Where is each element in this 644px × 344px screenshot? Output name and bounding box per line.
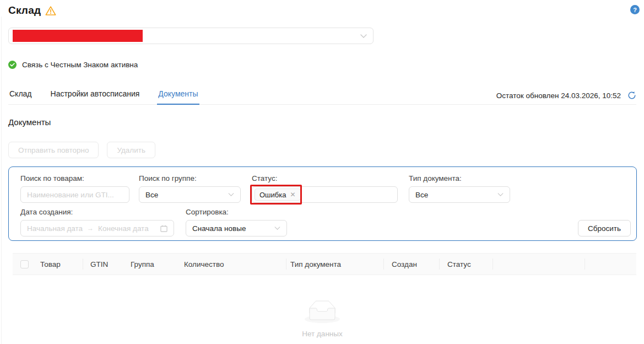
product-search-input[interactable] [20, 186, 129, 203]
column-gtin: GTIN [83, 260, 131, 268]
tabs: Склад Настройки автосписания Документы [8, 89, 199, 104]
status-tag-label: Ошибка [259, 191, 286, 199]
product-search-label: Поиск по товарам: [20, 174, 129, 182]
sorting-label: Сортировка: [186, 208, 287, 216]
chevron-down-icon [360, 34, 367, 38]
group-select-value: Все [145, 191, 158, 199]
sorting-select[interactable]: Сначала новые [186, 220, 287, 237]
filters-row-2: Дата создания: Начальная дата → Конечная… [20, 208, 631, 237]
column-status: Статус [440, 260, 493, 268]
doc-type-select[interactable]: Все [409, 186, 510, 203]
column-kolichestvo: Количество [184, 260, 286, 268]
chevron-down-icon [274, 227, 280, 230]
close-icon[interactable]: ✕ [290, 191, 295, 198]
status-select[interactable]: Ошибка ✕ [252, 186, 398, 203]
column-tip-dokumenta: Тип документа [286, 260, 383, 268]
tab-documents[interactable]: Документы [157, 89, 199, 105]
warehouse-page: Склад ? Связь с Честным Знаком активна С… [0, 0, 644, 338]
filters-row-1: Поиск по товарам: Поиск по группе: Все С… [20, 174, 631, 203]
created-date-label: Дата создания: [20, 208, 174, 216]
column-divider [493, 259, 493, 270]
reset-wrap: Сбросить [578, 220, 631, 237]
date-start-placeholder: Начальная дата [27, 224, 83, 233]
calendar-icon[interactable] [160, 225, 167, 232]
page-title: Склад [8, 4, 41, 17]
date-range-input[interactable]: Начальная дата → Конечная дата [20, 220, 174, 237]
date-end-placeholder: Конечная дата [98, 224, 149, 233]
group-filter: Поиск по группе: Все [139, 174, 241, 203]
sorting-value: Сначала новые [192, 224, 246, 233]
empty-state: Нет данных [8, 300, 636, 338]
select-all-cell [13, 260, 40, 268]
column-tovar: Товар [40, 260, 83, 268]
column-divider [585, 259, 585, 270]
documents-section-title: Документы [8, 117, 636, 127]
group-filter-label: Поиск по группе: [139, 174, 241, 182]
empty-state-text: Нет данных [302, 330, 343, 338]
connection-status-text: Связь с Честным Знаком активна [22, 61, 138, 69]
filters-panel: Поиск по товарам: Поиск по группе: Все С… [8, 166, 637, 241]
chevron-down-icon [228, 193, 234, 196]
doc-type-label: Тип документа: [409, 174, 510, 182]
delete-button[interactable]: Удалить [107, 142, 155, 158]
tab-sklad[interactable]: Склад [8, 89, 33, 104]
warehouse-select[interactable] [8, 28, 374, 44]
check-circle-icon [8, 61, 17, 69]
status-filter: Статус: Ошибка ✕ [252, 174, 398, 203]
doc-type-filter: Тип документа: Все [409, 174, 510, 203]
page-header: Склад [8, 4, 636, 17]
chevron-down-icon [497, 193, 504, 196]
group-select[interactable]: Все [139, 186, 241, 203]
documents-actions: Отправить повторно Удалить [8, 142, 636, 158]
status-filter-label: Статус: [252, 174, 398, 182]
sorting-filter: Сортировка: Сначала новые [186, 208, 287, 237]
redacted-warehouse-name [13, 30, 143, 42]
refresh-icon[interactable] [627, 91, 636, 100]
column-gruppa: Группа [131, 260, 184, 268]
stock-updated-text: Остаток обновлен 24.03.2026, 10:52 [496, 92, 621, 100]
tabs-bar: Склад Настройки автосписания Документы О… [8, 89, 636, 105]
arrow-right-icon: → [87, 224, 94, 232]
created-date-filter: Дата создания: Начальная дата → Конечная… [20, 208, 174, 237]
empty-inbox-icon [305, 300, 340, 325]
connection-status: Связь с Честным Знаком активна [8, 61, 636, 69]
tab-autospisanie-settings[interactable]: Настройки автосписания [50, 89, 141, 104]
product-search-group: Поиск по товарам: [20, 174, 129, 203]
stock-updated-meta: Остаток обновлен 24.03.2026, 10:52 [496, 91, 636, 104]
doc-type-value: Все [415, 191, 428, 199]
status-tag: Ошибка ✕ [255, 189, 301, 201]
warning-icon [45, 6, 56, 16]
documents-table-header: Товар GTIN Группа Количество Тип докумен… [13, 253, 636, 275]
reset-filters-button[interactable]: Сбросить [578, 220, 631, 237]
column-sozdan: Создан [384, 260, 439, 268]
select-all-checkbox[interactable] [20, 260, 29, 268]
resend-button[interactable]: Отправить повторно [8, 142, 99, 158]
help-icon[interactable]: ? [630, 5, 640, 14]
